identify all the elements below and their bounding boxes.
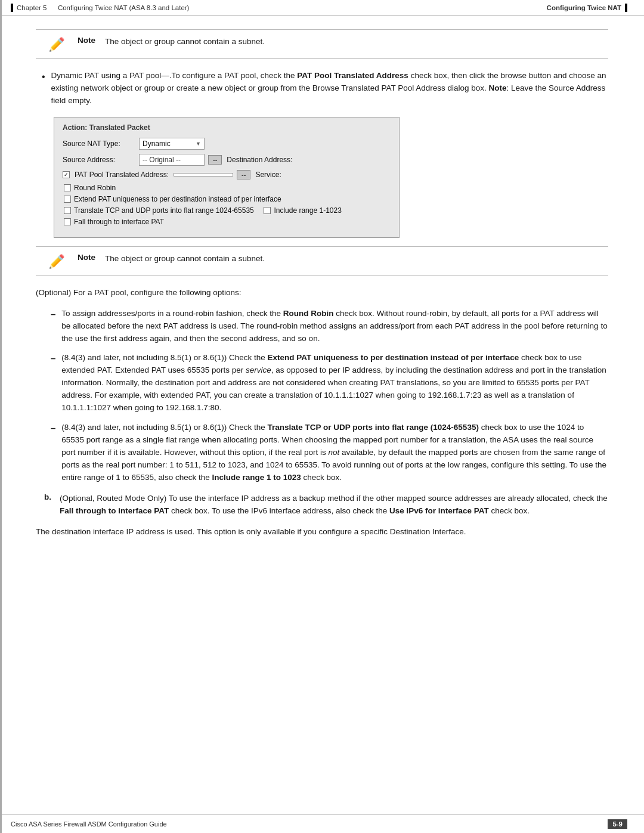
extend-pat-row: Extend PAT uniqueness to per destination… — [63, 195, 391, 203]
sub-text-3: (8.4(3) and later, not including 8.5(1) … — [61, 422, 608, 484]
service-label: Service: — [255, 171, 327, 179]
note-label-1: Note — [78, 36, 100, 45]
dialog-row-source-addr: Source Address: -- Original -- -- Destin… — [63, 154, 391, 166]
sub-dash-3: – — [51, 422, 55, 435]
source-nat-type-label: Source NAT Type: — [63, 140, 134, 148]
note-content-1: Note The object or group cannot contain … — [78, 36, 608, 46]
page: Chapter 5 Configuring Twice NAT (ASA 8.3… — [0, 0, 644, 833]
sub-bullet-section: – To assign addresses/ports in a round-r… — [48, 308, 608, 484]
header-chapter-title: Configuring Twice NAT (ASA 8.3 and Later… — [58, 4, 190, 11]
b-item: b. (Optional, Routed Mode Only) To use t… — [36, 493, 608, 518]
footer-right: 5-9 — [608, 819, 627, 829]
include-range-checkbox[interactable] — [264, 207, 271, 214]
bold-use-ipv6: Use IPv6 for interface PAT — [389, 506, 489, 515]
extend-pat-checkbox[interactable] — [64, 196, 71, 203]
bold-note: Note — [489, 83, 507, 92]
note-text-2: The object or group cannot contain a sub… — [105, 253, 608, 263]
note-icon-area-2: ✏️ — [36, 253, 78, 270]
round-robin-row: Round Robin — [63, 184, 391, 192]
sub-text-2: (8.4(3) and later, not including 8.5(1) … — [61, 352, 608, 414]
source-address-browse-btn[interactable]: -- — [208, 155, 222, 165]
header-right: Configuring Twice NAT — [547, 4, 627, 12]
source-nat-arrow: ▼ — [196, 141, 201, 147]
bullet-dot-1: • — [42, 70, 45, 84]
header-right-bar — [625, 4, 627, 12]
translate-tcp-label: Translate TCP and UDP ports into flat ra… — [74, 206, 254, 215]
main-content: ✏️ Note The object or group cannot conta… — [0, 16, 644, 815]
sub-dash-2: – — [51, 352, 55, 366]
source-address-label: Source Address: — [63, 156, 134, 164]
bullet-section-1: • Dynamic PAT using a PAT pool—.To confi… — [36, 70, 608, 107]
dialog-screenshot: Action: Translated Packet Source NAT Typ… — [54, 117, 400, 238]
dialog-row-source-nat: Source NAT Type: Dynamic ▼ — [63, 138, 391, 150]
italic-not: not — [329, 448, 340, 457]
round-robin-label: Round Robin — [74, 184, 116, 192]
bold-fall-through: Fall through to interface PAT — [60, 506, 169, 515]
note-label-2: Note — [78, 253, 100, 262]
pat-pool-addr-row: -- — [174, 170, 250, 179]
pat-pool-label: PAT Pool Translated Address: — [75, 171, 169, 179]
sub-bullet-1: – To assign addresses/ports in a round-r… — [48, 308, 608, 345]
note-block-2: ✏️ Note The object or group cannot conta… — [36, 246, 608, 276]
left-border — [0, 0, 2, 833]
pat-pool-checkbox[interactable]: ✓ — [63, 171, 70, 178]
source-address-input[interactable]: -- Original -- — [139, 154, 205, 166]
pencil-icon-1: ✏️ — [49, 37, 65, 52]
bold-pat-pool: PAT Pool Translated Address — [297, 71, 408, 80]
source-nat-type-value: Dynamic — [143, 140, 171, 148]
round-robin-checkbox[interactable] — [64, 184, 71, 191]
fall-through-checkbox[interactable] — [64, 218, 71, 225]
bold-translate-tcp: Translate TCP or UDP ports into flat ran… — [268, 423, 479, 432]
dialog-row-pat-pool: ✓ PAT Pool Translated Address: -- Servic… — [63, 170, 391, 179]
translate-tcp-row: Translate TCP and UDP ports into flat ra… — [63, 206, 391, 215]
pencil-icon-2: ✏️ — [49, 254, 65, 270]
pat-pool-input[interactable] — [174, 173, 233, 176]
dialog-title: Action: Translated Packet — [63, 123, 391, 132]
note-block-1: ✏️ Note The object or group cannot conta… — [36, 29, 608, 59]
italic-service: service — [246, 366, 271, 374]
fall-through-label: Fall through to interface PAT — [74, 218, 164, 226]
note-text-1: The object or group cannot contain a sub… — [105, 36, 608, 46]
extend-pat-label: Extend PAT uniqueness to per destination… — [74, 195, 281, 203]
sub-text-1: To assign addresses/ports in a round-rob… — [61, 308, 608, 345]
header-right-title: Configuring Twice NAT — [547, 4, 621, 11]
source-nat-type-select[interactable]: Dynamic ▼ — [139, 138, 205, 150]
b-label: b. — [44, 493, 55, 501]
include-range-label: Include range 1-1023 — [274, 206, 341, 215]
note-icon-area-1: ✏️ — [36, 36, 78, 52]
page-footer: Cisco ASA Series Firewall ASDM Configura… — [0, 815, 644, 833]
optional-intro: (Optional) For a PAT pool, configure the… — [36, 287, 608, 299]
source-address-row: -- Original -- -- — [139, 154, 222, 166]
header-left: Chapter 5 Configuring Twice NAT (ASA 8.3… — [11, 4, 189, 12]
sub-bullet-2: – (8.4(3) and later, not including 8.5(1… — [48, 352, 608, 414]
b-text: (Optional, Routed Mode Only) To use the … — [60, 493, 608, 518]
bullet-item-1: • Dynamic PAT using a PAT pool—.To confi… — [36, 70, 608, 107]
translate-tcp-checkbox[interactable] — [64, 207, 71, 214]
bold-extend-pat: Extend PAT uniqueness to per destination… — [268, 353, 519, 362]
page-number: 5-9 — [608, 819, 627, 829]
sub-dash-1: – — [51, 308, 55, 321]
sub-bullet-3: – (8.4(3) and later, not including 8.5(1… — [48, 422, 608, 484]
bullet-text-1: Dynamic PAT using a PAT pool—.To configu… — [51, 70, 608, 107]
pat-pool-browse-btn[interactable]: -- — [237, 170, 250, 179]
destination-address-label: Destination Address: — [227, 156, 298, 164]
para-end: The destination interface IP address is … — [36, 526, 608, 538]
note-content-2: Note The object or group cannot contain … — [78, 253, 608, 263]
page-header: Chapter 5 Configuring Twice NAT (ASA 8.3… — [0, 0, 644, 16]
footer-left: Cisco ASA Series Firewall ASDM Configura… — [11, 820, 167, 828]
fall-through-row: Fall through to interface PAT — [63, 218, 391, 226]
header-chapter: Chapter 5 — [17, 4, 47, 11]
header-left-bar — [11, 4, 13, 12]
bold-round-robin: Round Robin — [283, 309, 334, 318]
bold-include-range: Include range 1 to 1023 — [212, 473, 301, 482]
